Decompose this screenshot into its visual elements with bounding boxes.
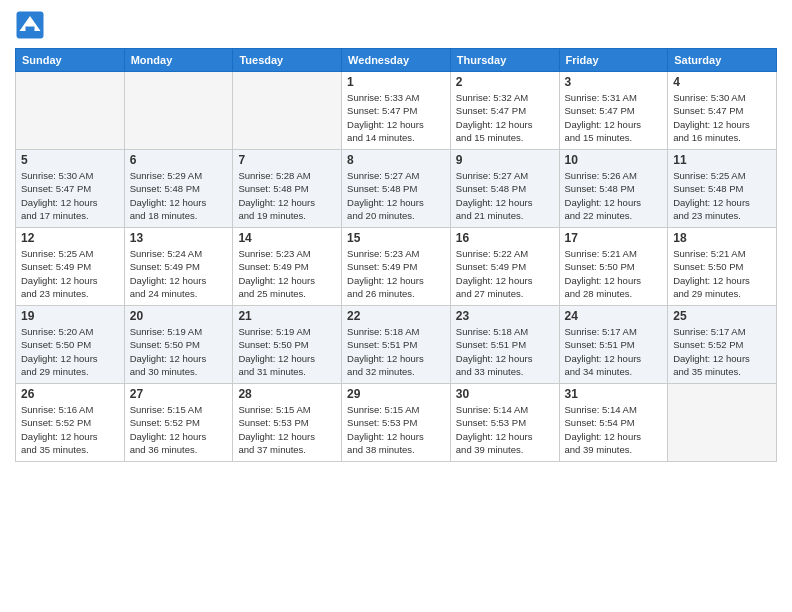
calendar-day-cell: 8Sunrise: 5:27 AMSunset: 5:48 PMDaylight… <box>342 150 451 228</box>
calendar-day-cell: 6Sunrise: 5:29 AMSunset: 5:48 PMDaylight… <box>124 150 233 228</box>
day-number: 25 <box>673 309 771 323</box>
calendar-day-cell <box>668 384 777 462</box>
day-info: Sunrise: 5:32 AMSunset: 5:47 PMDaylight:… <box>456 91 554 144</box>
calendar-day-cell: 5Sunrise: 5:30 AMSunset: 5:47 PMDaylight… <box>16 150 125 228</box>
calendar-week-row: 12Sunrise: 5:25 AMSunset: 5:49 PMDayligh… <box>16 228 777 306</box>
day-number: 21 <box>238 309 336 323</box>
day-info: Sunrise: 5:18 AMSunset: 5:51 PMDaylight:… <box>347 325 445 378</box>
weekday-header-sunday: Sunday <box>16 49 125 72</box>
calendar-day-cell: 27Sunrise: 5:15 AMSunset: 5:52 PMDayligh… <box>124 384 233 462</box>
calendar-day-cell: 28Sunrise: 5:15 AMSunset: 5:53 PMDayligh… <box>233 384 342 462</box>
day-info: Sunrise: 5:15 AMSunset: 5:53 PMDaylight:… <box>238 403 336 456</box>
logo-icon <box>15 10 45 40</box>
day-info: Sunrise: 5:22 AMSunset: 5:49 PMDaylight:… <box>456 247 554 300</box>
day-number: 18 <box>673 231 771 245</box>
day-info: Sunrise: 5:27 AMSunset: 5:48 PMDaylight:… <box>347 169 445 222</box>
calendar-day-cell: 13Sunrise: 5:24 AMSunset: 5:49 PMDayligh… <box>124 228 233 306</box>
calendar-week-row: 26Sunrise: 5:16 AMSunset: 5:52 PMDayligh… <box>16 384 777 462</box>
day-number: 16 <box>456 231 554 245</box>
calendar-day-cell: 29Sunrise: 5:15 AMSunset: 5:53 PMDayligh… <box>342 384 451 462</box>
calendar-day-cell: 26Sunrise: 5:16 AMSunset: 5:52 PMDayligh… <box>16 384 125 462</box>
day-info: Sunrise: 5:21 AMSunset: 5:50 PMDaylight:… <box>565 247 663 300</box>
day-info: Sunrise: 5:28 AMSunset: 5:48 PMDaylight:… <box>238 169 336 222</box>
calendar-day-cell: 1Sunrise: 5:33 AMSunset: 5:47 PMDaylight… <box>342 72 451 150</box>
calendar-day-cell: 20Sunrise: 5:19 AMSunset: 5:50 PMDayligh… <box>124 306 233 384</box>
day-info: Sunrise: 5:25 AMSunset: 5:48 PMDaylight:… <box>673 169 771 222</box>
calendar-day-cell: 25Sunrise: 5:17 AMSunset: 5:52 PMDayligh… <box>668 306 777 384</box>
day-info: Sunrise: 5:24 AMSunset: 5:49 PMDaylight:… <box>130 247 228 300</box>
day-info: Sunrise: 5:15 AMSunset: 5:52 PMDaylight:… <box>130 403 228 456</box>
day-number: 8 <box>347 153 445 167</box>
day-number: 31 <box>565 387 663 401</box>
logo <box>15 10 48 40</box>
calendar-day-cell: 14Sunrise: 5:23 AMSunset: 5:49 PMDayligh… <box>233 228 342 306</box>
calendar-day-cell: 31Sunrise: 5:14 AMSunset: 5:54 PMDayligh… <box>559 384 668 462</box>
calendar-day-cell <box>16 72 125 150</box>
calendar-day-cell: 24Sunrise: 5:17 AMSunset: 5:51 PMDayligh… <box>559 306 668 384</box>
day-number: 11 <box>673 153 771 167</box>
calendar-week-row: 19Sunrise: 5:20 AMSunset: 5:50 PMDayligh… <box>16 306 777 384</box>
calendar-day-cell: 17Sunrise: 5:21 AMSunset: 5:50 PMDayligh… <box>559 228 668 306</box>
day-info: Sunrise: 5:31 AMSunset: 5:47 PMDaylight:… <box>565 91 663 144</box>
calendar-day-cell: 12Sunrise: 5:25 AMSunset: 5:49 PMDayligh… <box>16 228 125 306</box>
calendar-day-cell <box>124 72 233 150</box>
day-info: Sunrise: 5:33 AMSunset: 5:47 PMDaylight:… <box>347 91 445 144</box>
calendar-day-cell: 19Sunrise: 5:20 AMSunset: 5:50 PMDayligh… <box>16 306 125 384</box>
day-info: Sunrise: 5:30 AMSunset: 5:47 PMDaylight:… <box>21 169 119 222</box>
day-info: Sunrise: 5:19 AMSunset: 5:50 PMDaylight:… <box>130 325 228 378</box>
calendar-day-cell: 21Sunrise: 5:19 AMSunset: 5:50 PMDayligh… <box>233 306 342 384</box>
day-info: Sunrise: 5:21 AMSunset: 5:50 PMDaylight:… <box>673 247 771 300</box>
weekday-header-tuesday: Tuesday <box>233 49 342 72</box>
calendar-day-cell <box>233 72 342 150</box>
calendar-table: SundayMondayTuesdayWednesdayThursdayFrid… <box>15 48 777 462</box>
day-number: 12 <box>21 231 119 245</box>
weekday-header-friday: Friday <box>559 49 668 72</box>
day-number: 20 <box>130 309 228 323</box>
day-number: 2 <box>456 75 554 89</box>
calendar-day-cell: 3Sunrise: 5:31 AMSunset: 5:47 PMDaylight… <box>559 72 668 150</box>
calendar-day-cell: 23Sunrise: 5:18 AMSunset: 5:51 PMDayligh… <box>450 306 559 384</box>
day-info: Sunrise: 5:14 AMSunset: 5:53 PMDaylight:… <box>456 403 554 456</box>
day-number: 1 <box>347 75 445 89</box>
calendar-day-cell: 2Sunrise: 5:32 AMSunset: 5:47 PMDaylight… <box>450 72 559 150</box>
day-number: 14 <box>238 231 336 245</box>
day-info: Sunrise: 5:26 AMSunset: 5:48 PMDaylight:… <box>565 169 663 222</box>
day-number: 30 <box>456 387 554 401</box>
day-info: Sunrise: 5:23 AMSunset: 5:49 PMDaylight:… <box>347 247 445 300</box>
calendar-day-cell: 4Sunrise: 5:30 AMSunset: 5:47 PMDaylight… <box>668 72 777 150</box>
page-container: SundayMondayTuesdayWednesdayThursdayFrid… <box>0 0 792 472</box>
day-info: Sunrise: 5:14 AMSunset: 5:54 PMDaylight:… <box>565 403 663 456</box>
day-info: Sunrise: 5:27 AMSunset: 5:48 PMDaylight:… <box>456 169 554 222</box>
day-info: Sunrise: 5:25 AMSunset: 5:49 PMDaylight:… <box>21 247 119 300</box>
day-number: 26 <box>21 387 119 401</box>
day-number: 3 <box>565 75 663 89</box>
calendar-day-cell: 10Sunrise: 5:26 AMSunset: 5:48 PMDayligh… <box>559 150 668 228</box>
calendar-week-row: 1Sunrise: 5:33 AMSunset: 5:47 PMDaylight… <box>16 72 777 150</box>
day-number: 5 <box>21 153 119 167</box>
day-number: 10 <box>565 153 663 167</box>
calendar-week-row: 5Sunrise: 5:30 AMSunset: 5:47 PMDaylight… <box>16 150 777 228</box>
day-number: 9 <box>456 153 554 167</box>
day-info: Sunrise: 5:23 AMSunset: 5:49 PMDaylight:… <box>238 247 336 300</box>
day-number: 28 <box>238 387 336 401</box>
day-info: Sunrise: 5:30 AMSunset: 5:47 PMDaylight:… <box>673 91 771 144</box>
calendar-day-cell: 22Sunrise: 5:18 AMSunset: 5:51 PMDayligh… <box>342 306 451 384</box>
calendar-day-cell: 7Sunrise: 5:28 AMSunset: 5:48 PMDaylight… <box>233 150 342 228</box>
day-info: Sunrise: 5:29 AMSunset: 5:48 PMDaylight:… <box>130 169 228 222</box>
calendar-day-cell: 16Sunrise: 5:22 AMSunset: 5:49 PMDayligh… <box>450 228 559 306</box>
weekday-header-thursday: Thursday <box>450 49 559 72</box>
day-number: 23 <box>456 309 554 323</box>
day-number: 4 <box>673 75 771 89</box>
calendar-day-cell: 18Sunrise: 5:21 AMSunset: 5:50 PMDayligh… <box>668 228 777 306</box>
calendar-day-cell: 9Sunrise: 5:27 AMSunset: 5:48 PMDaylight… <box>450 150 559 228</box>
svg-rect-2 <box>26 27 35 33</box>
day-info: Sunrise: 5:18 AMSunset: 5:51 PMDaylight:… <box>456 325 554 378</box>
day-number: 24 <box>565 309 663 323</box>
calendar-day-cell: 30Sunrise: 5:14 AMSunset: 5:53 PMDayligh… <box>450 384 559 462</box>
day-info: Sunrise: 5:17 AMSunset: 5:51 PMDaylight:… <box>565 325 663 378</box>
day-number: 22 <box>347 309 445 323</box>
weekday-header-row: SundayMondayTuesdayWednesdayThursdayFrid… <box>16 49 777 72</box>
day-number: 17 <box>565 231 663 245</box>
day-info: Sunrise: 5:15 AMSunset: 5:53 PMDaylight:… <box>347 403 445 456</box>
header <box>15 10 777 40</box>
